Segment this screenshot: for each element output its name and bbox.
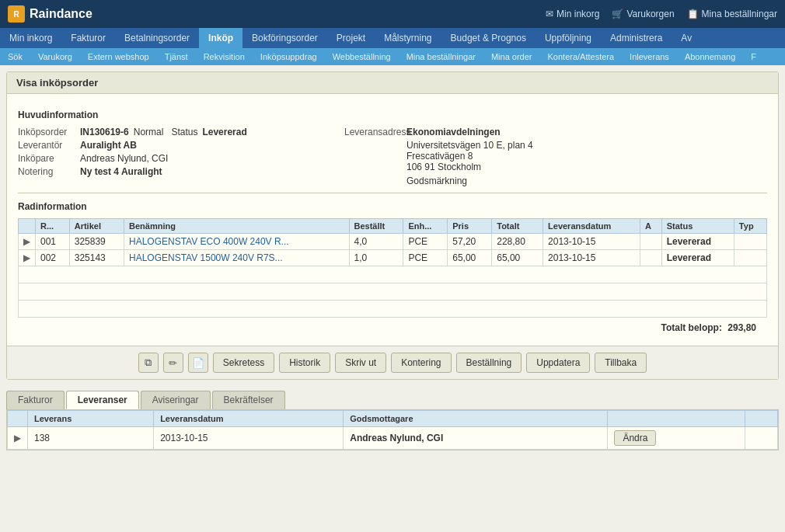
nav-administrera[interactable]: Administrera bbox=[601, 28, 672, 48]
nav-projekt[interactable]: Projekt bbox=[327, 28, 375, 48]
nav-bokforingsorder[interactable]: Bokföringsorder bbox=[242, 28, 327, 48]
godsmarkning-label: Godsmärkning bbox=[406, 176, 467, 186]
leveransadress-label: Leveransadress bbox=[344, 127, 406, 137]
row1-expand[interactable]: ▶ bbox=[19, 234, 36, 250]
nav-min-inkorg[interactable]: Min inkorg bbox=[0, 28, 61, 48]
order-type: Normal bbox=[134, 127, 164, 137]
nav-av[interactable]: Av bbox=[672, 28, 701, 48]
historik-button[interactable]: Historik bbox=[279, 353, 330, 373]
row1-totalt: 228,80 bbox=[492, 234, 543, 250]
nav-betalningsorder[interactable]: Betalningsorder bbox=[115, 28, 199, 48]
divider bbox=[18, 193, 767, 193]
bottom-col-arrow bbox=[8, 411, 28, 427]
top-nav-right: ✉ Min inkorg 🛒 Varukorgen 📋 Mina beställ… bbox=[546, 9, 777, 19]
table-row: ▶ 001 325839 HALOGENSTAV ECO 400W 240V R… bbox=[19, 234, 767, 250]
bottom-table-row: ▶ 138 2013-10-15 Andreas Nylund, CGI Änd… bbox=[8, 427, 778, 450]
sub-nav-webbestallning[interactable]: Webbeställning bbox=[325, 48, 399, 65]
sekretess-button[interactable]: Sekretess bbox=[213, 353, 274, 373]
col-rad: R... bbox=[36, 219, 70, 234]
leverantor-line: Leverantör Auralight AB bbox=[18, 140, 344, 151]
tab-fakturor[interactable]: Fakturor bbox=[6, 391, 65, 409]
total-row: Totalt belopp: 293,80 bbox=[18, 318, 767, 338]
document-button[interactable]: 📄 bbox=[188, 353, 208, 373]
inbox-icon: ✉ bbox=[546, 9, 553, 19]
bottom-col-leveransdatum: Leveransdatum bbox=[154, 411, 344, 427]
sub-nav-inleverans[interactable]: Inleverans bbox=[622, 48, 677, 65]
sub-nav-extern-webshop[interactable]: Extern webshop bbox=[80, 48, 157, 65]
row1-benamning[interactable]: HALOGENSTAV ECO 400W 240V R... bbox=[124, 234, 349, 250]
sub-nav-mina-order[interactable]: Mina order bbox=[483, 48, 540, 65]
status-value: Levererad bbox=[202, 127, 246, 137]
uppdatera-button[interactable]: Uppdatera bbox=[526, 353, 590, 373]
nav-budget-prognos[interactable]: Budget & Prognos bbox=[441, 28, 536, 48]
bottom-col-empty1 bbox=[608, 411, 745, 427]
col-benamning: Benämning bbox=[124, 219, 349, 234]
row1-status: Levererad bbox=[661, 234, 734, 250]
tab-aviseringar[interactable]: Aviseringar bbox=[141, 391, 211, 409]
row1-typ bbox=[734, 234, 766, 250]
leverantor-value: Auralight AB bbox=[80, 140, 137, 151]
sub-nav-abonnemang[interactable]: Abonnemang bbox=[677, 48, 743, 65]
empty-row bbox=[19, 283, 767, 301]
row1-leveransdatum: 2013-10-15 bbox=[543, 234, 640, 250]
col-a: A bbox=[640, 219, 661, 234]
bottom-col-leverans: Leverans bbox=[28, 411, 154, 427]
inkopare-label: Inköpare bbox=[18, 153, 80, 164]
skriv-ut-button[interactable]: Skriv ut bbox=[335, 353, 386, 373]
sub-nav-f[interactable]: F bbox=[743, 48, 764, 65]
col-totalt: Totalt bbox=[492, 219, 543, 234]
sub-nav-kontera-attestera[interactable]: Kontera/Attestera bbox=[540, 48, 623, 65]
content-area: Visa inköpsorder Huvudinformation Inköps… bbox=[6, 71, 779, 380]
tab-bekraftelser[interactable]: Bekräftelser bbox=[212, 391, 285, 409]
bottom-col-godsmottagare: Godsmottagare bbox=[344, 411, 608, 427]
sub-nav-sok[interactable]: Sök bbox=[0, 48, 30, 65]
logo-area: R Raindance bbox=[8, 5, 92, 23]
status-label: Status bbox=[171, 127, 197, 137]
col-status: Status bbox=[661, 219, 734, 234]
radinformation-header: Radinformation bbox=[18, 201, 767, 212]
row2-expand[interactable]: ▶ bbox=[19, 250, 36, 266]
sub-nav-varukorg[interactable]: Varukorg bbox=[30, 48, 80, 65]
nav-fakturor[interactable]: Fakturor bbox=[61, 28, 115, 48]
sub-nav-mina-bestallningar[interactable]: Mina beställningar bbox=[399, 48, 483, 65]
page-title-bar: Visa inköpsorder bbox=[7, 72, 778, 94]
huvudinformation-header: Huvudinformation bbox=[18, 110, 767, 120]
page-title: Visa inköpsorder bbox=[16, 77, 98, 89]
edit-button[interactable]: ✏ bbox=[163, 353, 183, 373]
top-nav-cart[interactable]: 🛒 Varukorgen bbox=[612, 9, 674, 19]
andra-button[interactable]: Ändra bbox=[614, 430, 656, 446]
bestallning-button[interactable]: Beställning bbox=[456, 353, 522, 373]
addr-line2: Universitetsvägen 10 E, plan 4 bbox=[406, 140, 767, 151]
order-table: R... Artikel Benämning Beställt Enh... P… bbox=[18, 218, 767, 318]
row2-benamning[interactable]: HALOGENSTAV 1500W 240V R7S... bbox=[124, 250, 349, 266]
nav-malstyrning[interactable]: Målstyrning bbox=[375, 28, 441, 48]
bottom-row-expand[interactable]: ▶ bbox=[8, 427, 28, 450]
tillbaka-button[interactable]: Tillbaka bbox=[595, 353, 647, 373]
copy-icon: ⧉ bbox=[145, 356, 152, 369]
sub-nav-rekvisition[interactable]: Rekvisition bbox=[196, 48, 253, 65]
row1-enhet: PCE bbox=[403, 234, 448, 250]
inkopare-line: Inköpare Andreas Nylund, CGI bbox=[18, 153, 344, 164]
notering-value: Ny test 4 Auralight bbox=[80, 166, 162, 177]
col-arrow bbox=[19, 219, 36, 234]
total-value: 293,80 bbox=[727, 322, 756, 333]
row2-totalt: 65,00 bbox=[492, 250, 543, 266]
sub-nav-inkopsuppdrag[interactable]: Inköpsuppdrag bbox=[253, 48, 325, 65]
addr-line3: Frescativägen 8 bbox=[406, 151, 767, 162]
bottom-table: Leverans Leveransdatum Godsmottagare ▶ 1… bbox=[7, 410, 778, 450]
row1-betallt: 4,0 bbox=[349, 234, 403, 250]
top-nav-inbox[interactable]: ✉ Min inkorg bbox=[546, 9, 599, 19]
nav-uppfoljning[interactable]: Uppföljning bbox=[536, 28, 601, 48]
kontering-button[interactable]: Kontering bbox=[391, 353, 451, 373]
sub-nav-tjanst[interactable]: Tjänst bbox=[157, 48, 196, 65]
nav-inkop[interactable]: Inköp bbox=[199, 28, 242, 48]
empty-row bbox=[19, 266, 767, 283]
top-header: R Raindance ✉ Min inkorg 🛒 Varukorgen 📋 … bbox=[0, 0, 785, 28]
info-row: Inköpsorder IN130619-6 Normal Status Lev… bbox=[18, 127, 767, 186]
leveransadress-header-line: Leveransadress Ekonomiavdelningen bbox=[344, 127, 767, 137]
tab-leveranser[interactable]: Leveranser bbox=[66, 391, 139, 409]
order-number: IN130619-6 bbox=[80, 127, 129, 137]
top-nav-orders[interactable]: 📋 Mina beställningar bbox=[687, 9, 777, 19]
copy-button[interactable]: ⧉ bbox=[138, 353, 159, 373]
inkoepsorder-line: Inköpsorder IN130619-6 Normal Status Lev… bbox=[18, 127, 344, 137]
